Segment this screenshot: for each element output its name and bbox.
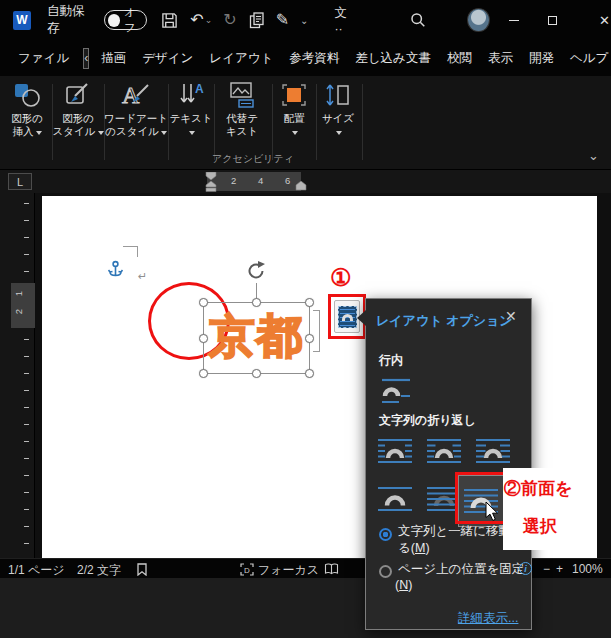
first-line-indent-marker[interactable] [205,172,217,181]
text-boundary-bracket-icon [313,310,320,352]
tab-help[interactable]: ヘルプ [562,46,611,71]
read-mode-icon[interactable] [324,563,339,575]
title-bar: W 自動保存 オフ ↶⌄ ↻ ✎ ⌄ 文·· ✕ [0,0,611,40]
vertical-ruler: 1 2 [0,193,35,558]
horizontal-ruler: L 2 4 6 [0,170,611,193]
group-separator [272,84,273,160]
size-button[interactable]: サイズ [318,81,358,138]
page-count[interactable]: 1/1 ページ [8,562,65,579]
tab-design[interactable]: デザイン [134,46,201,71]
dropdown-caret-icon [336,131,342,135]
panel-title: レイアウト オプション [376,312,513,330]
tab-draw[interactable]: 描画 [93,46,134,71]
focus-mode-button[interactable]: フォーカス [258,562,319,579]
edit-pen-button[interactable]: ✎ [276,12,289,28]
group-separator [362,84,363,160]
zoom-level[interactable]: 100% [572,562,603,576]
resize-handle[interactable] [252,369,261,378]
alt-text-button[interactable]: 代替テキスト [216,81,268,138]
toggle-knob-icon [108,14,121,27]
undo-button[interactable]: ↶⌄ [190,12,212,28]
radio-move-label-line2: る(M) [398,540,430,557]
hanging-indent-marker[interactable] [205,181,217,192]
zoom-out-button[interactable]: − [543,562,550,576]
autosave-toggle[interactable]: オフ [104,10,148,30]
dropdown-caret-icon [189,131,195,135]
account-avatar[interactable] [467,8,490,32]
word-window: W 自動保存 オフ ↶⌄ ↻ ✎ ⌄ 文·· ✕ [0,0,611,638]
dropdown-caret-icon [36,131,42,135]
annotation-red-box-step2 [455,472,507,524]
info-icon[interactable]: i [519,562,532,575]
text-options-icon: A [176,81,206,109]
inline-section-label: 行内 [379,352,403,369]
size-icon [323,81,353,109]
minimize-button[interactable] [507,20,520,21]
close-button[interactable]: ✕ [598,13,611,28]
wrap-option-top-bottom[interactable] [376,485,414,513]
shape-styles-button[interactable]: 図形のスタイル [55,81,101,138]
word-count[interactable]: 2/2 文字 [77,562,121,579]
wrap-through-icon [474,437,512,465]
group-separator [316,84,317,160]
tab-references[interactable]: 参考資料 [281,46,347,71]
radio-fix-position[interactable] [379,565,392,578]
tab-developer[interactable]: 開発 [521,46,562,71]
wrap-inline-icon [379,375,415,403]
wrap-top-bottom-icon [376,485,414,513]
see-more-link[interactable]: 詳細表示... [458,610,518,627]
toolbar-more-button[interactable]: ⌄ [300,15,308,26]
right-indent-marker[interactable] [295,181,307,191]
tab-mailings[interactable]: 差し込み文書 [347,46,439,71]
dropdown-caret-icon [98,131,104,135]
wrap-option-through[interactable] [474,437,512,465]
copy-button[interactable] [249,12,265,29]
wrap-option-tight[interactable] [425,437,463,465]
group-separator [214,84,215,160]
bookmark-icon[interactable] [136,563,148,576]
resize-handle[interactable] [305,369,314,378]
tab-review[interactable]: 校閲 [439,46,480,71]
panel-close-button[interactable]: ✕ [505,308,517,324]
svg-text:A: A [195,82,204,96]
wordart-styles-button[interactable]: A ワードアートのスタイル [107,81,165,138]
wrap-option-inline[interactable] [379,375,415,403]
wrap-option-square[interactable] [376,437,414,465]
svg-text:D: D [244,566,250,575]
redo-button[interactable]: ↻ [223,12,236,28]
wordart-text[interactable]: 京都 [209,306,303,368]
save-button[interactable] [161,12,178,29]
resize-handle[interactable] [199,334,208,343]
zoom-in-button[interactable]: + [556,562,563,576]
text-options-button[interactable]: A テキスト [170,81,212,138]
ruler-number: 6 [285,175,290,186]
focus-mode-icon: D [240,563,254,576]
layout-options-panel: レイアウト オプション ✕ 行内 文字列の折り返し [365,298,532,630]
tab-layout[interactable]: レイアウト [201,46,281,71]
autosave-state: オフ [124,5,146,35]
ruler-band: 2 4 6 [207,172,301,191]
radio-move-with-text[interactable] [379,528,392,541]
annotation-step1-label: ① [330,264,352,292]
collapse-ribbon-button[interactable]: ⌄ [588,148,599,163]
resize-handle[interactable] [305,298,314,307]
tab-scroll-left-button[interactable]: ‹ [83,48,89,69]
document-title: 文·· [334,5,354,36]
resize-handle[interactable] [199,369,208,378]
search-button[interactable] [410,12,426,28]
maximize-button[interactable] [545,16,558,25]
tab-file[interactable]: ファイル [8,46,79,71]
word-logo-icon: W [13,11,31,30]
annotation-step2-line1: ②前面を [504,477,572,500]
tab-stop-selector[interactable]: L [8,173,32,190]
resize-handle[interactable] [199,298,208,307]
tab-view[interactable]: 表示 [480,46,521,71]
dropdown-caret-icon [161,131,167,135]
wrap-tight-icon [425,437,463,465]
object-anchor-icon [108,260,123,280]
rotation-handle[interactable] [246,260,267,282]
shape-styles-icon [63,81,93,109]
ruler-number: 1 [13,291,24,296]
arrange-button[interactable]: 配置 [274,81,314,138]
insert-shapes-button[interactable]: 図形の挿入 [4,81,50,138]
